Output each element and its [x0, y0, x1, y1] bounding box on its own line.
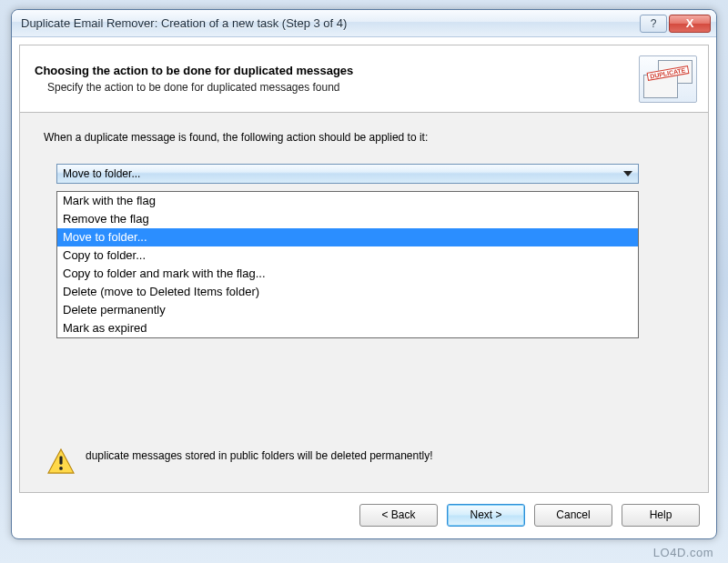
svg-rect-1 [59, 456, 62, 464]
option-copy-to-folder[interactable]: Copy to folder... [57, 246, 638, 265]
option-remove-flag[interactable]: Remove the flag [57, 210, 638, 228]
help-button[interactable]: Help [622, 504, 700, 527]
close-titlebar-button[interactable]: X [669, 15, 711, 33]
wizard-step-title: Choosing the action to be done for dupli… [35, 64, 353, 77]
action-combobox[interactable]: Move to folder... [56, 164, 639, 184]
dialog-window: Duplicate Email Remover: Creation of a n… [11, 9, 717, 539]
svg-point-2 [59, 467, 63, 470]
wizard-body: When a duplicate message is found, the f… [20, 113, 708, 492]
wizard-header: Choosing the action to be done for dupli… [20, 45, 708, 113]
option-mark-as-expired[interactable]: Mark as expired [57, 319, 638, 337]
option-delete-permanently[interactable]: Delete permanently [57, 301, 638, 319]
wizard-button-bar: < Back Next > Cancel Help [19, 498, 709, 531]
caution-panel: duplicate messages stored in public fold… [47, 448, 666, 474]
titlebar: Duplicate Email Remover: Creation of a n… [12, 10, 716, 37]
option-mark-with-flag[interactable]: Mark with the flag [57, 192, 638, 210]
action-combobox-value: Move to folder... [63, 167, 140, 180]
help-titlebar-button[interactable]: ? [640, 15, 667, 33]
instruction-text: When a duplicate message is found, the f… [44, 131, 684, 144]
next-button[interactable]: Next > [447, 504, 525, 527]
warning-icon [47, 448, 75, 474]
watermark: LO4D.com [653, 546, 713, 559]
window-title: Duplicate Email Remover: Creation of a n… [21, 16, 640, 30]
cancel-button[interactable]: Cancel [534, 504, 612, 527]
wizard-header-text: Choosing the action to be done for dupli… [35, 64, 353, 94]
option-delete-to-deleted-items[interactable]: Delete (move to Deleted Items folder) [57, 283, 638, 301]
caution-text: duplicate messages stored in public fold… [86, 448, 433, 463]
wizard-panel: Choosing the action to be done for dupli… [19, 45, 709, 493]
chevron-down-icon [623, 171, 632, 176]
back-button[interactable]: < Back [359, 504, 438, 527]
wizard-step-subtitle: Specify the action to be done for duplic… [47, 81, 353, 94]
duplicate-mail-icon: DUPLICATE [639, 55, 697, 103]
option-move-to-folder[interactable]: Move to folder... [57, 228, 638, 246]
titlebar-buttons: ? X [640, 15, 711, 33]
option-copy-and-mark[interactable]: Copy to folder and mark with the flag... [57, 265, 638, 283]
action-dropdown-list[interactable]: Mark with the flag Remove the flag Move … [56, 191, 639, 338]
